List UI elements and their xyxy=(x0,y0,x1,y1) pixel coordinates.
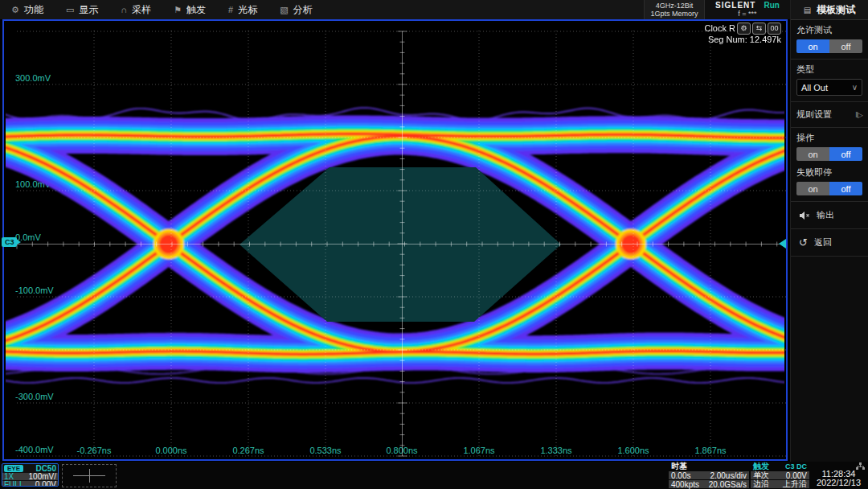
channel-offset-marker[interactable]: C3 xyxy=(2,237,17,247)
menu-item-label: 采样 xyxy=(132,3,151,17)
scope-display: 300.0mV200.0mV100.0mV0.0mV-100.0mV-200.0… xyxy=(2,19,788,461)
type-dropdown[interactable]: All Out ∨ xyxy=(796,79,862,96)
eye-diagram-plot[interactable]: 300.0mV200.0mV100.0mV0.0mV-100.0mV-200.0… xyxy=(4,21,786,459)
rules-setting-row[interactable]: 规则设置 ‖▷ xyxy=(791,102,868,128)
trigger-kind: 边沿 xyxy=(753,479,769,489)
speaker-mute-icon xyxy=(799,211,810,220)
rules-label: 规则设置 xyxy=(796,109,832,121)
svg-text:0.533ns: 0.533ns xyxy=(309,446,342,455)
acquisition-readout: Clock R ⚙ ⇆ 00 Seg Num: 12.497k xyxy=(704,23,781,45)
svg-text:-100.0mV: -100.0mV xyxy=(15,286,54,295)
timebase-delay: 0.00s xyxy=(671,471,690,480)
menu-item-cursor[interactable]: #光标 xyxy=(217,0,268,19)
clock-value-chip[interactable]: 00 xyxy=(768,23,781,35)
segment-count: Seg Num: 12.497k xyxy=(704,35,781,45)
back-row[interactable]: ↺ 返回 xyxy=(791,229,868,257)
section-type: 类型 All Out ∨ xyxy=(791,60,868,102)
stop-on-fail-toggle[interactable]: onoff xyxy=(796,182,862,195)
allow-test-label: 允许测试 xyxy=(796,24,862,36)
bandwidth-memory-info: 4GHz-12Bit 1Gpts Memory xyxy=(644,0,704,19)
output-row[interactable]: 输出 xyxy=(791,202,868,229)
type-label: 类型 xyxy=(796,64,862,76)
bandwidth-label: 4GHz-12Bit xyxy=(656,2,694,10)
menu-item-label: 光标 xyxy=(238,3,257,17)
monitor-icon: ▭ xyxy=(66,6,74,14)
svg-text:1.067ns: 1.067ns xyxy=(463,446,495,455)
panel-title: 模板测试 xyxy=(817,3,855,17)
type-value: All Out xyxy=(801,83,828,92)
brand-status-box[interactable]: SIGLENT Run f = *** xyxy=(704,0,790,19)
delay-position-preview[interactable] xyxy=(62,464,117,487)
bandwidth-limit: FULL xyxy=(4,480,23,487)
flag-icon: ⚑ xyxy=(174,6,182,14)
svg-text:300.0mV: 300.0mV xyxy=(15,73,51,83)
back-arrow-icon: ↺ xyxy=(799,236,808,249)
analysis-icon: ▧ xyxy=(280,6,288,14)
step-into-icon: ‖▷ xyxy=(855,111,862,119)
mask-test-panel: ▤ 模板测试 允许测试 onoff 类型 All Out ∨ 规则设置 ‖▷ 操… xyxy=(790,0,868,462)
sample-rate: 20.0GSa/s xyxy=(709,480,747,489)
allow-test-toggle[interactable]: onoff xyxy=(796,39,862,53)
preview-trigger-position xyxy=(89,469,90,483)
section-allow-test: 允许测试 onoff xyxy=(791,20,868,60)
trigger-box[interactable]: 触发C3 DC 单次0.00V 边沿上升沿 xyxy=(751,462,809,488)
network-icon xyxy=(856,462,865,470)
list-icon: ▤ xyxy=(804,6,811,14)
gear-icon: ⚙ xyxy=(11,6,19,14)
memory-label: 1Gpts Memory xyxy=(650,10,698,18)
cursor-icon: # xyxy=(228,6,233,14)
datetime-box: 11:28:34 2022/12/13 xyxy=(811,462,866,488)
system-info: 4GHz-12Bit 1Gpts Memory SIGLENT Run f = … xyxy=(644,0,790,19)
trigger-source: C3 DC xyxy=(785,462,807,471)
menu-item-label: 功能 xyxy=(24,3,43,17)
menu-item-label: 分析 xyxy=(293,3,313,17)
brand-logo: SIGLENT xyxy=(715,1,755,10)
svg-text:0.000ns: 0.000ns xyxy=(155,446,187,455)
back-label: 返回 xyxy=(814,236,832,249)
stop-on-fail-label: 失败即停 xyxy=(796,166,862,179)
menu-item-acquire[interactable]: ∩采样 xyxy=(109,0,162,19)
timebase-box[interactable]: 时基 0.00s2.00us/div 400kpts20.0GSa/s xyxy=(669,462,749,488)
trigger-slope: 上升沿 xyxy=(783,479,807,489)
trigger-level-marker[interactable] xyxy=(779,239,786,249)
menu-item-display[interactable]: ▭显示 xyxy=(55,0,109,19)
gear-icon[interactable]: ⚙ xyxy=(737,23,751,35)
svg-text:1.600ns: 1.600ns xyxy=(617,446,649,455)
eye-channel-badge: EYE xyxy=(4,465,23,472)
clock-date: 2022/12/13 xyxy=(811,479,866,487)
output-label: 输出 xyxy=(817,209,834,221)
trigger-frequency-readout: f = *** xyxy=(738,10,756,18)
channel-descriptor-box[interactable]: EYE DC50 1X 100mV/ FULL 0.00V xyxy=(2,463,59,487)
resize-arrows-icon[interactable]: ⇆ xyxy=(752,23,766,35)
svg-text:0.267ns: 0.267ns xyxy=(232,446,264,455)
chevron-down-icon: ∨ xyxy=(852,83,858,92)
vertical-offset: 0.00V xyxy=(35,480,56,487)
menu-item-function[interactable]: ⚙功能 xyxy=(0,0,55,19)
panel-header: ▤ 模板测试 xyxy=(791,0,868,20)
memory-depth: 400kpts xyxy=(671,480,699,489)
status-bar: EYE DC50 1X 100mV/ FULL 0.00V 时基 0.00s2.… xyxy=(0,462,868,489)
run-status[interactable]: Run xyxy=(764,1,779,10)
svg-text:1.867ns: 1.867ns xyxy=(694,446,727,455)
timebase-scale: 2.00us/div xyxy=(710,471,747,480)
clock-recovery-label: Clock R xyxy=(704,23,735,34)
section-operate: 操作 onoff 失败即停 onoff xyxy=(791,128,868,202)
svg-text:-300.0mV: -300.0mV xyxy=(15,392,54,401)
operate-label: 操作 xyxy=(796,132,862,144)
operate-toggle[interactable]: onoff xyxy=(796,147,862,161)
menu-item-label: 触发 xyxy=(186,3,206,17)
menu-item-trigger[interactable]: ⚑触发 xyxy=(162,0,217,19)
menu-item-analysis[interactable]: ▧分析 xyxy=(268,0,323,19)
svg-text:-400.0mV: -400.0mV xyxy=(15,445,54,454)
svg-text:-0.267ns: -0.267ns xyxy=(77,446,112,455)
sampling-icon: ∩ xyxy=(121,6,127,14)
menu-item-label: 显示 xyxy=(79,3,98,17)
svg-text:1.333ns: 1.333ns xyxy=(540,446,572,455)
